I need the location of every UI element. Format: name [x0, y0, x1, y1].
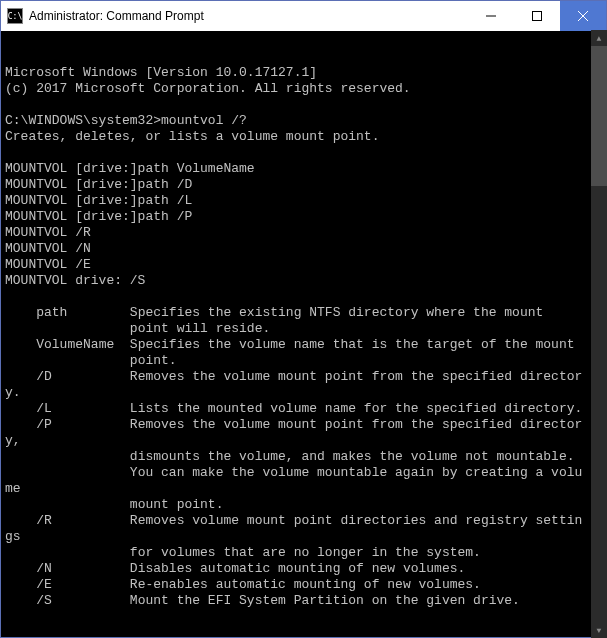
minimize-button[interactable] — [468, 1, 514, 31]
close-icon — [578, 11, 588, 21]
close-button[interactable] — [560, 1, 606, 31]
window-controls — [468, 1, 606, 31]
scroll-thumb[interactable] — [591, 46, 607, 186]
window-title: Administrator: Command Prompt — [29, 9, 468, 23]
vertical-scrollbar[interactable]: ▲ ▼ — [591, 30, 607, 638]
svg-rect-1 — [533, 12, 542, 21]
minimize-icon — [486, 11, 496, 21]
terminal-area[interactable]: Microsoft Windows [Version 10.0.17127.1]… — [1, 31, 606, 637]
app-icon: C:\ — [7, 8, 23, 24]
titlebar[interactable]: C:\ Administrator: Command Prompt — [1, 1, 606, 31]
scroll-up-button[interactable]: ▲ — [591, 30, 607, 46]
terminal-text: Microsoft Windows [Version 10.0.17127.1]… — [5, 65, 602, 609]
command-prompt-window: C:\ Administrator: Command Prompt Micros… — [0, 0, 607, 638]
maximize-icon — [532, 11, 542, 21]
scroll-down-button[interactable]: ▼ — [591, 622, 607, 638]
maximize-button[interactable] — [514, 1, 560, 31]
